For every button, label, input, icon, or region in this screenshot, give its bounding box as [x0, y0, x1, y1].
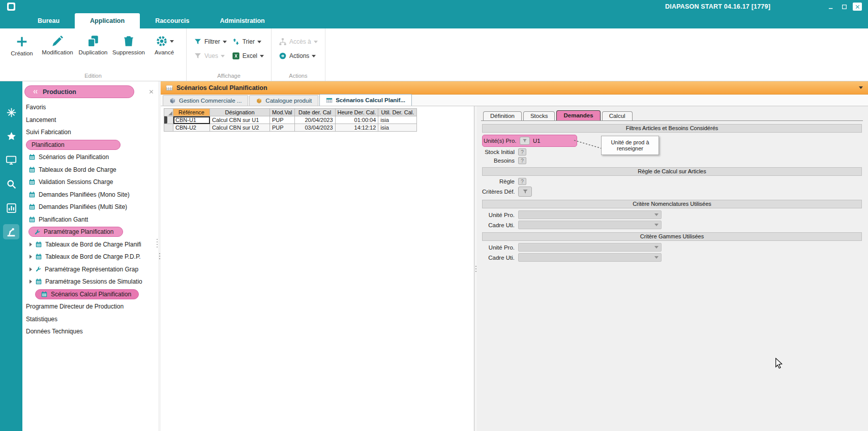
avance-button[interactable]: Avancé	[146, 30, 182, 55]
tab-catalogue-produit[interactable]: Catalogue produit	[249, 95, 318, 106]
menu-tab-bureau[interactable]: Bureau	[22, 13, 75, 28]
menu-tab-application[interactable]: Application	[75, 13, 140, 28]
regle-help-button[interactable]: ?	[518, 178, 526, 185]
cell-heure[interactable]: 14:12:12	[335, 124, 378, 132]
nomenclature-unite-select[interactable]	[518, 210, 662, 219]
production-robot-icon[interactable]	[3, 224, 19, 239]
sidebar-item-demandes-planifiees-multi-site[interactable]: Demandes Planifiées (Multi Site)	[22, 201, 158, 213]
column-header-util-der-cal[interactable]: Util. Der. Cal.	[378, 109, 417, 116]
sidebar-item-suivi-fabrication[interactable]: Suivi Fabrication	[22, 126, 158, 139]
unites-pro-field[interactable]: Unité(s) Pro. U1	[482, 135, 577, 147]
expand-arrow-icon[interactable]	[29, 280, 32, 284]
favorites-star-icon[interactable]	[3, 129, 19, 144]
close-button[interactable]	[853, 3, 862, 11]
sidebar-item-statistiques[interactable]: Statistiques	[22, 313, 158, 326]
window-title: DIAPASON START 04.16.17 [1779]	[665, 3, 770, 10]
besoins-help-button[interactable]: ?	[518, 157, 526, 164]
creation-button[interactable]: Création	[4, 30, 40, 56]
gammes-unite-select[interactable]	[518, 243, 662, 252]
menu-tab-administration[interactable]: Administration	[205, 13, 280, 28]
nomenclature-cadre-select[interactable]	[518, 221, 662, 229]
chevron-down-icon	[221, 55, 225, 57]
suppression-button[interactable]: Suppression	[111, 30, 146, 55]
stock-initial-label: Stock Initial	[482, 149, 515, 155]
column-header-modval[interactable]: Mod.Val	[270, 109, 295, 116]
trier-button[interactable]: Trier	[232, 37, 264, 47]
sidebar-item-scenarios-calcul-planification[interactable]: Scénarios Calcul Planification	[22, 288, 158, 301]
expand-arrow-icon[interactable]	[29, 255, 32, 259]
sidebar-item-planification[interactable]: Planification	[22, 139, 158, 151]
collapse-chevrons-icon[interactable]	[32, 88, 39, 95]
sidebar-splitter-handle[interactable]	[157, 239, 158, 248]
tab-demandes[interactable]: Demandes	[556, 110, 600, 120]
expand-arrow-icon[interactable]	[29, 267, 32, 271]
acces-a-button[interactable]: Accès à	[279, 37, 318, 47]
tab-gestion-commerciale[interactable]: Gestion Commerciale ...	[163, 95, 248, 106]
select-all-corner[interactable]	[164, 109, 173, 116]
nomenclature-unite-label: Unité Pro.	[482, 212, 515, 218]
chart-icon[interactable]	[3, 200, 19, 216]
box-icon	[256, 98, 262, 104]
modification-button[interactable]: Modification	[40, 30, 75, 55]
duplication-button[interactable]: Duplication	[75, 30, 111, 55]
vues-button[interactable]: Vues	[194, 51, 227, 61]
sidebar-item-tableaux-bord-charge[interactable]: Tableaux de Bord de Charge	[22, 164, 158, 176]
sidebar-item-demandes-planifiees-mono-site[interactable]: Demandes Planifiées (Mono Site)	[22, 189, 158, 201]
sidebar-item-planification-gantt[interactable]: Planification Gantt	[22, 213, 158, 226]
cell-reference[interactable]: CBN-U2	[173, 124, 210, 132]
sidebar-item-scenarios-de-planification[interactable]: Scénarios de Planification	[22, 151, 158, 164]
sidebar-item-parametrage-representation-graphique[interactable]: Paramétrage Représentation Grap	[22, 263, 158, 276]
minimize-button[interactable]	[826, 3, 835, 11]
header-chevron-down-icon[interactable]	[859, 86, 863, 89]
excel-button[interactable]: Excel	[232, 51, 264, 61]
menu-tab-raccourcis[interactable]: Raccourcis	[140, 13, 204, 28]
cell-designation[interactable]: Calcul CBN sur U1	[210, 116, 270, 124]
sidebar-item-donnees-techniques[interactable]: Données Techniques	[22, 325, 158, 338]
sidebar-item-favoris[interactable]: Favoris	[22, 101, 158, 114]
search-icon[interactable]	[3, 176, 19, 192]
modules-icon[interactable]	[3, 105, 19, 120]
tab-stocks[interactable]: Stocks	[523, 111, 555, 120]
actions-button[interactable]: Actions	[279, 51, 318, 61]
filtrer-button[interactable]: Filtrer	[194, 37, 227, 47]
unites-pro-filter-button[interactable]	[520, 137, 530, 145]
tab-definition[interactable]: Définition	[483, 111, 522, 120]
gammes-unite-label: Unité Pro.	[482, 244, 515, 251]
sidebar-item-parametrage-sessions-simulation[interactable]: Paramétrage Sessions de Simulatio	[22, 275, 158, 288]
gear-icon	[155, 35, 168, 48]
cell-reference[interactable]: CBN-U1	[173, 116, 210, 124]
sidebar-item-tableaux-bord-charge-planifiee[interactable]: Tableaux de Bord de Charge Planifi	[22, 238, 158, 251]
column-header-heure-der-cal[interactable]: Heure Der. Cal.	[335, 109, 378, 116]
table-row[interactable]: CBN-U2 Calcul CBN sur U2 PUP 03/04/2023 …	[164, 124, 417, 132]
chevron-down-icon	[654, 246, 659, 249]
gammes-cadre-select[interactable]	[518, 253, 662, 262]
sidebar-close-icon[interactable]	[148, 89, 154, 95]
sidebar-item-validation-sessions-charge[interactable]: Validation Sessions Charge	[22, 176, 158, 189]
column-header-date-der-cal[interactable]: Date der. Cal	[294, 109, 335, 116]
column-header-reference[interactable]: Référence	[173, 109, 210, 116]
sidebar-item-tableaux-bord-charge-pdp[interactable]: Tableaux de Bord de Charge P.D.P.	[22, 251, 158, 263]
expand-arrow-icon[interactable]	[29, 242, 32, 247]
cell-heure[interactable]: 01:00:04	[335, 116, 378, 124]
maximize-button[interactable]	[840, 3, 849, 11]
stock-initial-help-button[interactable]: ?	[518, 148, 526, 156]
cell-modval[interactable]: PUP	[270, 124, 295, 132]
sidebar-item-programme-directeur-production[interactable]: Programme Directeur de Production	[22, 300, 158, 313]
cell-util[interactable]: isia	[378, 116, 417, 124]
pencil-icon	[51, 35, 64, 48]
cell-util[interactable]: isia	[378, 124, 417, 132]
sidebar-header-production[interactable]: Production	[24, 85, 134, 98]
cell-designation[interactable]: Calcul CBN sur U2	[210, 124, 270, 132]
cell-modval[interactable]: PUP	[270, 116, 295, 124]
column-header-designation[interactable]: Désignation	[210, 109, 270, 116]
ribbon-group-actions: Accès à Actions Actions	[272, 28, 325, 81]
sidebar-item-lancement[interactable]: Lancement	[22, 114, 158, 127]
criteres-def-button[interactable]	[518, 187, 532, 197]
tab-calcul[interactable]: Calcul	[602, 111, 633, 120]
cell-date[interactable]: 03/04/2023	[294, 124, 335, 132]
table-row[interactable]: CBN-U1 Calcul CBN sur U1 PUP 20/04/2023 …	[164, 116, 417, 124]
tab-scenarios-calcul-planif[interactable]: Scénarios Calcul Planif...	[319, 94, 412, 106]
sidebar-item-parametrage-planification[interactable]: Paramétrage Planification	[22, 226, 158, 238]
cell-date[interactable]: 20/04/2023	[294, 116, 335, 124]
monitor-icon[interactable]	[3, 152, 19, 168]
